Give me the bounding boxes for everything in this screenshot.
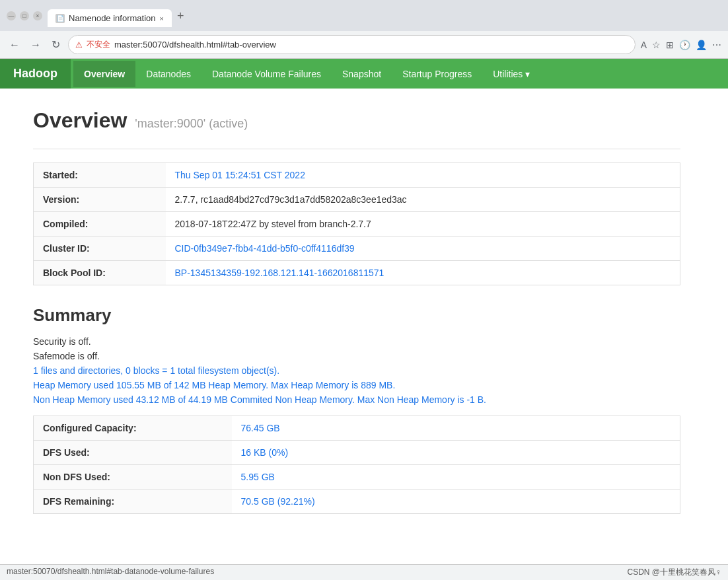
security-label: 不安全 <box>87 39 110 50</box>
non-dfs-used-label: Non DFS Used: <box>34 465 232 489</box>
active-tab[interactable]: 📄 Namenode information × <box>48 9 172 27</box>
dfs-used-label: DFS Used: <box>34 441 232 465</box>
block-pool-id-value: BP-1345134359-192.168.121.141-1662016811… <box>166 261 680 285</box>
summary-table: Configured Capacity: 76.45 GB DFS Used: … <box>33 416 680 514</box>
browser-action-icons: A ☆ ⊞ 🕐 👤 ⋯ <box>641 40 721 50</box>
hadoop-navbar: Hadoop Overview Datanodes Datanode Volum… <box>0 59 728 89</box>
address-bar: ← → ↻ ⚠ 不安全 master:50070/dfshealth.html#… <box>0 31 728 58</box>
configured-capacity-link[interactable]: 76.45 GB <box>241 423 280 433</box>
table-row: Compiled: 2018-07-18T22:47Z by stevel fr… <box>34 212 680 236</box>
table-row: DFS Remaining: 70.5 GB (92.21%) <box>34 489 680 514</box>
tab-favicon: 📄 <box>55 14 65 23</box>
started-value-text: Thu Sep 01 15:24:51 CST 2022 <box>175 170 305 180</box>
dfs-remaining-label: DFS Remaining: <box>34 489 232 514</box>
nav-datanode-volume-failures[interactable]: Datanode Volume Failures <box>201 61 332 87</box>
table-row: Non DFS Used: 5.95 GB <box>34 465 680 489</box>
profile-icon[interactable]: 👤 <box>696 40 707 50</box>
block-pool-id-link[interactable]: BP-1345134359-192.168.121.141-1662016811… <box>175 268 384 278</box>
table-row: Version: 2.7.7, rc1aad84bd27cd79c3d1a7dd… <box>34 188 680 212</box>
non-dfs-used-value: 5.95 GB <box>232 465 680 489</box>
configured-capacity-value: 76.45 GB <box>232 416 680 441</box>
menu-icon[interactable]: ⋯ <box>712 40 721 50</box>
new-tab-button[interactable]: + <box>172 7 190 26</box>
table-row: Block Pool ID: BP-1345134359-192.168.121… <box>34 261 680 285</box>
forward-button[interactable]: → <box>28 36 44 54</box>
non-heap-memory: Non Heap Memory used 43.12 MB of 44.19 M… <box>33 394 680 405</box>
refresh-button[interactable]: ↻ <box>49 36 63 54</box>
utilities-label: Utilities <box>493 69 523 79</box>
nav-utilities[interactable]: Utilities ▾ <box>482 61 540 87</box>
close-tab-button[interactable]: × <box>160 15 164 22</box>
dfs-remaining-link[interactable]: 70.5 GB (92.21%) <box>241 496 315 507</box>
started-value: Thu Sep 01 15:24:51 CST 2022 <box>166 163 680 188</box>
overview-heading-row: Overview 'master:9000' (active) <box>33 108 680 135</box>
overview-divider <box>33 149 680 149</box>
table-row: Configured Capacity: 76.45 GB <box>34 416 680 441</box>
table-row: DFS Used: 16 KB (0%) <box>34 441 680 465</box>
nav-startup-progress[interactable]: Startup Progress <box>392 61 482 87</box>
heap-memory: Heap Memory used 105.55 MB of 142 MB Hea… <box>33 380 680 390</box>
address-input[interactable]: ⚠ 不安全 master:50070/dfshealth.html#tab-ov… <box>68 35 636 54</box>
security-warning-icon: ⚠ <box>75 40 83 50</box>
cluster-id-value: CID-0fb349e7-fbb4-41dd-b5f0-c0ff4116df39 <box>166 236 680 261</box>
overview-table: Started: Thu Sep 01 15:24:51 CST 2022 Ve… <box>33 163 680 285</box>
configured-capacity-label: Configured Capacity: <box>34 416 232 441</box>
address-text: master:50070/dfshealth.html#tab-overview <box>114 40 628 50</box>
safemode-status: Safemode is off. <box>33 351 680 361</box>
browser-chrome: — □ × 📄 Namenode information × + ← → ↻ ⚠… <box>0 0 728 59</box>
non-heap-memory-link[interactable]: Non Heap Memory used 43.12 MB of 44.19 M… <box>33 394 486 405</box>
table-row: Cluster ID: CID-0fb349e7-fbb4-41dd-b5f0-… <box>34 236 680 261</box>
translate-icon[interactable]: A <box>641 40 647 50</box>
main-content: Overview 'master:9000' (active) Started:… <box>0 89 713 534</box>
utilities-dropdown-icon: ▾ <box>525 69 530 79</box>
history-icon[interactable]: 🕐 <box>679 40 690 50</box>
block-pool-id-label: Block Pool ID: <box>34 261 166 285</box>
security-status: Security is off. <box>33 336 680 347</box>
tab-bar: 📄 Namenode information × + <box>48 4 721 27</box>
dfs-remaining-value: 70.5 GB (92.21%) <box>232 489 680 514</box>
back-button[interactable]: ← <box>7 36 22 54</box>
minimize-button[interactable]: — <box>7 11 16 20</box>
cluster-id-link[interactable]: CID-0fb349e7-fbb4-41dd-b5f0-c0ff4116df39 <box>175 243 355 254</box>
compiled-label: Compiled: <box>34 212 166 236</box>
dfs-used-value: 16 KB (0%) <box>232 441 680 465</box>
window-controls: — □ × <box>7 11 42 20</box>
nav-overview[interactable]: Overview <box>73 61 135 87</box>
page-title: Overview <box>33 108 127 133</box>
dfs-used-link[interactable]: 16 KB (0%) <box>241 447 289 458</box>
non-dfs-used-link[interactable]: 5.95 GB <box>241 472 275 482</box>
heap-memory-link[interactable]: Heap Memory used 105.55 MB of 142 MB Hea… <box>33 380 395 390</box>
summary-title: Summary <box>33 305 680 326</box>
nav-snapshot[interactable]: Snapshot <box>332 61 392 87</box>
nav-datanodes[interactable]: Datanodes <box>135 61 201 87</box>
filesystem-objects-link[interactable]: 1 files and directories, 0 blocks = 1 to… <box>33 365 279 376</box>
page-subtitle: 'master:9000' (active) <box>135 117 248 131</box>
hadoop-brand: Hadoop <box>0 59 71 89</box>
maximize-button[interactable]: □ <box>20 11 29 20</box>
tab-title: Namenode information <box>69 13 156 23</box>
started-label: Started: <box>34 163 166 188</box>
compiled-value: 2018-07-18T22:47Z by stevel from branch-… <box>166 212 680 236</box>
close-button[interactable]: × <box>33 11 42 20</box>
extensions-icon[interactable]: ⊞ <box>666 40 674 50</box>
cluster-id-label: Cluster ID: <box>34 236 166 261</box>
star-icon[interactable]: ☆ <box>652 40 661 50</box>
filesystem-objects: 1 files and directories, 0 blocks = 1 to… <box>33 365 680 376</box>
version-value: 2.7.7, rc1aad84bd27cd79c3d1a7dd58202a8c3… <box>166 188 680 212</box>
table-row: Started: Thu Sep 01 15:24:51 CST 2022 <box>34 163 680 188</box>
version-label: Version: <box>34 188 166 212</box>
titlebar: — □ × 📄 Namenode information × + <box>0 0 728 31</box>
